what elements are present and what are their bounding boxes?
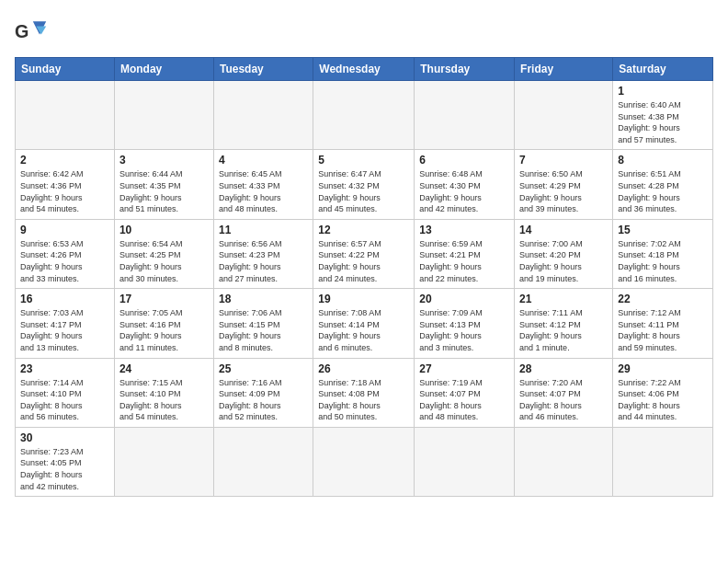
day-info: Sunrise: 7:23 AM Sunset: 4:05 PM Dayligh…	[20, 446, 109, 492]
calendar-day-cell: 16Sunrise: 7:03 AM Sunset: 4:17 PM Dayli…	[16, 289, 115, 358]
calendar-day-cell: 17Sunrise: 7:05 AM Sunset: 4:16 PM Dayli…	[114, 289, 213, 358]
day-info: Sunrise: 7:09 AM Sunset: 4:13 PM Dayligh…	[419, 307, 509, 353]
day-info: Sunrise: 6:59 AM Sunset: 4:21 PM Dayligh…	[419, 238, 509, 284]
day-number: 25	[219, 362, 308, 375]
day-info: Sunrise: 6:45 AM Sunset: 4:33 PM Dayligh…	[219, 168, 308, 214]
calendar-day-cell: 8Sunrise: 6:51 AM Sunset: 4:28 PM Daylig…	[613, 150, 713, 219]
calendar-day-cell	[415, 427, 515, 496]
calendar-day-cell: 26Sunrise: 7:18 AM Sunset: 4:08 PM Dayli…	[313, 358, 415, 427]
calendar-day-cell	[213, 427, 313, 496]
calendar-week-row: 23Sunrise: 7:14 AM Sunset: 4:10 PM Dayli…	[16, 358, 713, 427]
day-number: 9	[20, 224, 109, 236]
day-info: Sunrise: 7:16 AM Sunset: 4:09 PM Dayligh…	[219, 377, 308, 423]
day-info: Sunrise: 6:50 AM Sunset: 4:29 PM Dayligh…	[519, 168, 608, 214]
calendar-day-cell	[213, 81, 313, 150]
day-number: 10	[119, 224, 209, 236]
day-info: Sunrise: 7:02 AM Sunset: 4:18 PM Dayligh…	[618, 238, 708, 284]
day-number: 27	[419, 362, 509, 375]
day-number: 5	[318, 154, 409, 167]
day-info: Sunrise: 6:51 AM Sunset: 4:28 PM Dayligh…	[618, 168, 708, 214]
calendar-week-row: 2Sunrise: 6:42 AM Sunset: 4:36 PM Daylig…	[16, 150, 713, 219]
weekday-header-wednesday: Wednesday	[313, 58, 415, 81]
calendar-day-cell	[515, 81, 613, 150]
calendar-day-cell	[313, 81, 415, 150]
day-number: 21	[519, 293, 608, 305]
day-info: Sunrise: 7:15 AM Sunset: 4:10 PM Dayligh…	[119, 377, 209, 423]
calendar-day-cell: 21Sunrise: 7:11 AM Sunset: 4:12 PM Dayli…	[515, 289, 613, 358]
day-number: 6	[419, 154, 509, 167]
day-info: Sunrise: 6:57 AM Sunset: 4:22 PM Dayligh…	[318, 238, 409, 284]
calendar-day-cell: 9Sunrise: 6:53 AM Sunset: 4:26 PM Daylig…	[16, 219, 115, 288]
day-info: Sunrise: 6:44 AM Sunset: 4:35 PM Dayligh…	[119, 168, 209, 214]
day-info: Sunrise: 6:40 AM Sunset: 4:38 PM Dayligh…	[618, 99, 708, 145]
day-number: 11	[219, 224, 308, 236]
day-number: 26	[318, 362, 409, 375]
day-info: Sunrise: 6:48 AM Sunset: 4:30 PM Dayligh…	[419, 168, 509, 214]
day-info: Sunrise: 6:47 AM Sunset: 4:32 PM Dayligh…	[318, 168, 409, 214]
calendar-day-cell	[114, 81, 213, 150]
calendar-day-cell: 24Sunrise: 7:15 AM Sunset: 4:10 PM Dayli…	[114, 358, 213, 427]
calendar-day-cell: 22Sunrise: 7:12 AM Sunset: 4:11 PM Dayli…	[613, 289, 713, 358]
calendar-table: SundayMondayTuesdayWednesdayThursdayFrid…	[15, 57, 713, 497]
calendar-day-cell: 6Sunrise: 6:48 AM Sunset: 4:30 PM Daylig…	[415, 150, 515, 219]
day-number: 29	[618, 362, 708, 375]
day-number: 28	[519, 362, 608, 375]
weekday-header-monday: Monday	[114, 58, 213, 81]
day-info: Sunrise: 6:54 AM Sunset: 4:25 PM Dayligh…	[119, 238, 209, 284]
day-number: 22	[618, 293, 708, 305]
day-info: Sunrise: 7:05 AM Sunset: 4:16 PM Dayligh…	[119, 307, 209, 353]
calendar-day-cell: 20Sunrise: 7:09 AM Sunset: 4:13 PM Dayli…	[415, 289, 515, 358]
page-header: G	[15, 15, 713, 48]
calendar-day-cell: 25Sunrise: 7:16 AM Sunset: 4:09 PM Dayli…	[213, 358, 313, 427]
generalblue-logo-icon: G	[15, 15, 48, 48]
calendar-day-cell: 12Sunrise: 6:57 AM Sunset: 4:22 PM Dayli…	[313, 219, 415, 288]
calendar-day-cell: 11Sunrise: 6:56 AM Sunset: 4:23 PM Dayli…	[213, 219, 313, 288]
calendar-week-row: 9Sunrise: 6:53 AM Sunset: 4:26 PM Daylig…	[16, 219, 713, 288]
day-number: 13	[419, 224, 509, 236]
day-info: Sunrise: 7:18 AM Sunset: 4:08 PM Dayligh…	[318, 377, 409, 423]
calendar-day-cell: 7Sunrise: 6:50 AM Sunset: 4:29 PM Daylig…	[515, 150, 613, 219]
calendar-week-row: 16Sunrise: 7:03 AM Sunset: 4:17 PM Dayli…	[16, 289, 713, 358]
calendar-day-cell	[515, 427, 613, 496]
day-number: 20	[419, 293, 509, 305]
weekday-header-friday: Friday	[515, 58, 613, 81]
calendar-day-cell: 29Sunrise: 7:22 AM Sunset: 4:06 PM Dayli…	[613, 358, 713, 427]
day-info: Sunrise: 7:06 AM Sunset: 4:15 PM Dayligh…	[219, 307, 308, 353]
day-info: Sunrise: 7:19 AM Sunset: 4:07 PM Dayligh…	[419, 377, 509, 423]
calendar-week-row: 1Sunrise: 6:40 AM Sunset: 4:38 PM Daylig…	[16, 81, 713, 150]
day-info: Sunrise: 7:22 AM Sunset: 4:06 PM Dayligh…	[618, 377, 708, 423]
day-info: Sunrise: 7:11 AM Sunset: 4:12 PM Dayligh…	[519, 307, 608, 353]
day-number: 17	[119, 293, 209, 305]
weekday-header-thursday: Thursday	[415, 58, 515, 81]
day-number: 7	[519, 154, 608, 167]
day-info: Sunrise: 7:00 AM Sunset: 4:20 PM Dayligh…	[519, 238, 608, 284]
day-number: 30	[20, 431, 109, 444]
weekday-header-row: SundayMondayTuesdayWednesdayThursdayFrid…	[16, 58, 713, 81]
day-number: 1	[618, 85, 708, 98]
calendar-day-cell: 3Sunrise: 6:44 AM Sunset: 4:35 PM Daylig…	[114, 150, 213, 219]
calendar-day-cell: 4Sunrise: 6:45 AM Sunset: 4:33 PM Daylig…	[213, 150, 313, 219]
calendar-day-cell	[613, 427, 713, 496]
weekday-header-saturday: Saturday	[613, 58, 713, 81]
calendar-day-cell: 28Sunrise: 7:20 AM Sunset: 4:07 PM Dayli…	[515, 358, 613, 427]
calendar-day-cell: 19Sunrise: 7:08 AM Sunset: 4:14 PM Dayli…	[313, 289, 415, 358]
calendar-day-cell: 13Sunrise: 6:59 AM Sunset: 4:21 PM Dayli…	[415, 219, 515, 288]
day-number: 2	[20, 154, 109, 167]
calendar-day-cell: 23Sunrise: 7:14 AM Sunset: 4:10 PM Dayli…	[16, 358, 115, 427]
calendar-day-cell: 27Sunrise: 7:19 AM Sunset: 4:07 PM Dayli…	[415, 358, 515, 427]
day-number: 24	[119, 362, 209, 375]
weekday-header-sunday: Sunday	[16, 58, 115, 81]
day-number: 14	[519, 224, 608, 236]
day-info: Sunrise: 6:56 AM Sunset: 4:23 PM Dayligh…	[219, 238, 308, 284]
weekday-header-tuesday: Tuesday	[213, 58, 313, 81]
day-info: Sunrise: 7:03 AM Sunset: 4:17 PM Dayligh…	[20, 307, 109, 353]
day-info: Sunrise: 7:12 AM Sunset: 4:11 PM Dayligh…	[618, 307, 708, 353]
day-number: 8	[618, 154, 708, 167]
logo: G	[15, 15, 53, 48]
svg-text:G: G	[15, 21, 28, 41]
calendar-day-cell	[16, 81, 115, 150]
calendar-day-cell: 5Sunrise: 6:47 AM Sunset: 4:32 PM Daylig…	[313, 150, 415, 219]
day-number: 16	[20, 293, 109, 305]
calendar-day-cell	[415, 81, 515, 150]
calendar-week-row: 30Sunrise: 7:23 AM Sunset: 4:05 PM Dayli…	[16, 427, 713, 496]
